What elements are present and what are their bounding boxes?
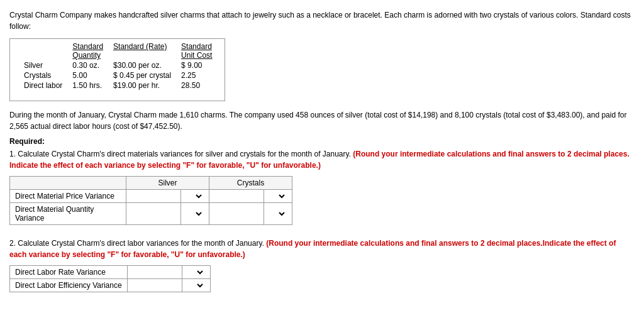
labor-efficiency-row: Direct Labor Efficiency Variance F U [10,279,211,292]
labor-efficiency-input[interactable] [133,281,177,290]
cost-silver: $ 9.00 [179,60,219,70]
labor-rate-select[interactable]: F U [187,268,205,277]
col-header-unitcost: StandardUnit Cost [179,41,219,60]
silver-price-input[interactable] [131,192,175,201]
crystals-qty-flag[interactable]: F U [264,203,292,225]
required-header: Required: [9,137,635,146]
silver-qty-value[interactable] [126,203,181,225]
standards-box: StandardQuantity Standard (Rate) Standar… [9,38,225,101]
standards-header-row: StandardQuantity Standard (Rate) Standar… [21,41,219,60]
col-header-quantity: StandardQuantity [70,41,111,60]
cost-crystals: 2.25 [179,70,219,80]
item-labor: Direct labor [21,80,70,91]
standards-row-silver: Silver 0.30 oz. $30.00 per oz. $ 9.00 [21,60,219,70]
crystals-qty-input[interactable] [214,209,258,218]
quantity-variance-row: Direct Material Quantity Variance F U F … [10,203,292,225]
silver-price-select[interactable]: F U [186,192,204,201]
rate-crystals: $ 0.45 per crystal [111,70,179,80]
crystals-price-input[interactable] [214,192,258,201]
quantity-variance-label: Direct Material Quantity Variance [10,203,126,225]
price-variance-label: Direct Material Price Variance [10,190,126,203]
col-silver-header: Silver [126,177,209,190]
labor-efficiency-flag[interactable]: F U [182,279,210,292]
qty-crystals: 5.00 [70,70,111,80]
silver-qty-flag[interactable]: F U [181,203,209,225]
qty-labor: 1.50 hrs. [70,80,111,91]
materials-col-headers: Silver Crystals [10,177,292,190]
cost-labor: 28.50 [179,80,219,91]
crystals-price-select[interactable]: F U [269,192,287,201]
q2-plain: 2. Calculate Crystal Charm's direct labo… [9,239,266,248]
standards-row-crystals: Crystals 5.00 $ 0.45 per crystal 2.25 [21,70,219,80]
rate-silver: $30.00 per oz. [111,60,179,70]
labor-efficiency-value[interactable] [127,279,182,292]
silver-price-flag[interactable]: F U [181,190,209,203]
col-header-item [21,41,70,60]
crystals-qty-select[interactable]: F U [269,209,287,218]
silver-price-value[interactable] [126,190,181,203]
q2-text: 2. Calculate Crystal Charm's direct labo… [9,238,635,260]
labor-rate-label: Direct Labor Rate Variance [10,266,128,279]
labor-efficiency-label: Direct Labor Efficiency Variance [10,279,128,292]
labor-variance-table: Direct Labor Rate Variance F U Direct La… [9,265,211,292]
materials-variance-table: Silver Crystals Direct Material Price Va… [9,176,292,225]
qty-silver: 0.30 oz. [70,60,111,70]
silver-qty-input[interactable] [131,209,175,218]
crystals-price-value[interactable] [209,190,264,203]
price-variance-row: Direct Material Price Variance F U F U [10,190,292,203]
q1-text: 1. Calculate Crystal Charm's direct mate… [9,148,635,171]
labor-rate-value[interactable] [127,266,182,279]
labor-rate-input[interactable] [133,268,177,277]
labor-efficiency-select[interactable]: F U [187,281,205,290]
item-silver: Silver [21,60,70,70]
standards-row-labor: Direct labor 1.50 hrs. $19.00 per hr. 28… [21,80,219,91]
standards-table: StandardQuantity Standard (Rate) Standar… [21,41,219,91]
col-header-rate: Standard (Rate) [111,41,179,60]
january-text: During the month of January, Crystal Cha… [9,109,635,132]
col-crystals-header: Crystals [209,177,292,190]
silver-qty-select[interactable]: F U [186,209,204,218]
item-crystals: Crystals [21,70,70,80]
intro-text: Crystal Charm Company makes handcrafted … [9,9,635,32]
labor-rate-flag[interactable]: F U [182,266,210,279]
col-label-header [10,177,126,190]
q1-plain: 1. Calculate Crystal Charm's direct mate… [9,150,353,158]
rate-labor: $19.00 per hr. [111,80,179,91]
crystals-price-flag[interactable]: F U [264,190,292,203]
labor-rate-row: Direct Labor Rate Variance F U [10,266,211,279]
crystals-qty-value[interactable] [209,203,264,225]
